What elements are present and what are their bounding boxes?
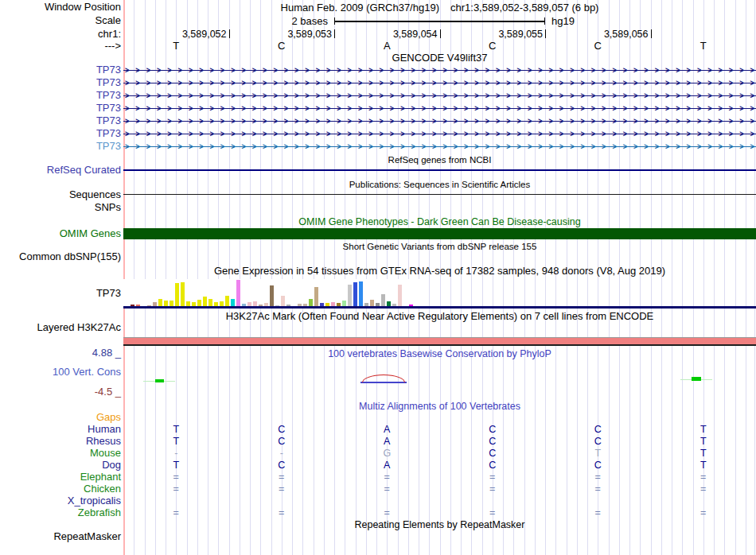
transcript-direction-arrow: > (517, 66, 521, 76)
gtex-bar[interactable] (342, 301, 346, 306)
transcript-direction-arrow: > (411, 104, 415, 114)
track-label-direction[interactable]: ---> (0, 41, 121, 52)
track-label-cons-min[interactable]: -4.5 _ (0, 386, 121, 398)
transcript-direction-arrow: > (273, 142, 277, 152)
transcript-direction-arrow: > (368, 91, 372, 101)
gtex-bar[interactable] (236, 280, 240, 306)
gtex-bar[interactable] (164, 301, 168, 306)
track-label-gtex-tp73[interactable]: TP73 (0, 288, 121, 299)
transcript-direction-arrow: > (157, 66, 161, 76)
transcript-direction-arrow: > (623, 130, 627, 139)
conservation-negative-arc[interactable] (362, 375, 405, 382)
gencode-transcript-row[interactable]: >>>>>>>>>>>>>>>>>>>>>>>>>>>>>>>>>>>>>>>>… (123, 78, 756, 88)
transcript-direction-arrow: > (358, 91, 362, 101)
gtex-bar[interactable] (381, 294, 385, 306)
gencode-transcript-row[interactable]: >>>>>>>>>>>>>>>>>>>>>>>>>>>>>>>>>>>>>>>>… (123, 116, 756, 126)
gtex-bar[interactable] (348, 285, 352, 306)
track-label-species-x_tropicalis[interactable]: X_tropicalis (0, 495, 121, 506)
gtex-bar[interactable] (270, 285, 274, 306)
track-label-gencode-tp73[interactable]: TP73 (0, 77, 121, 88)
transcript-direction-arrow: > (454, 104, 458, 114)
gencode-transcript-row[interactable]: >>>>>>>>>>>>>>>>>>>>>>>>>>>>>>>>>>>>>>>>… (123, 129, 756, 139)
gencode-transcript-row[interactable]: >>>>>>>>>>>>>>>>>>>>>>>>>>>>>>>>>>>>>>>>… (123, 65, 756, 76)
track-label-cons-max[interactable]: 4.88 _ (0, 347, 121, 359)
track-label-species-chicken[interactable]: Chicken (0, 483, 121, 495)
track-label-species-human[interactable]: Human (0, 424, 121, 435)
gtex-bar[interactable] (181, 282, 185, 306)
track-label-gencode-tp73[interactable]: TP73 (0, 103, 121, 114)
alignment-base-letter: T (694, 436, 713, 448)
transcript-direction-arrow: > (687, 130, 691, 139)
gtex-bar[interactable] (309, 299, 313, 306)
gencode-transcript-row[interactable]: >>>>>>>>>>>>>>>>>>>>>>>>>>>>>>>>>>>>>>>>… (123, 103, 756, 114)
h3k27ac-signal-band[interactable] (123, 338, 756, 344)
transcript-direction-arrow: > (454, 91, 458, 101)
track-label-window-position[interactable]: Window Position (0, 2, 121, 13)
alignment-base-letter: T (588, 448, 607, 460)
transcript-direction-arrow: > (697, 130, 701, 139)
track-label-snps[interactable]: SNPs (0, 202, 121, 213)
gtex-bar[interactable] (170, 301, 173, 306)
track-label-species-rhesus[interactable]: Rhesus (0, 436, 121, 447)
track-label-gencode-tp73[interactable]: TP73 (0, 64, 121, 76)
gtex-bar[interactable] (208, 299, 212, 306)
track-label-repeatmasker[interactable]: RepeatMasker (0, 531, 121, 542)
conservation-positive-mark[interactable] (692, 377, 701, 381)
transcript-direction-arrow: > (580, 66, 584, 76)
gtex-bar[interactable] (353, 282, 357, 306)
gtex-bar[interactable] (359, 281, 363, 306)
transcript-direction-arrow: > (464, 117, 468, 126)
track-label-refseq-curated[interactable]: RefSeq Curated (0, 165, 121, 176)
transcript-direction-arrow: > (305, 66, 309, 76)
transcript-direction-arrow: > (422, 91, 426, 101)
transcript-direction-arrow: > (380, 104, 384, 114)
transcript-direction-arrow: > (464, 66, 468, 76)
gtex-bar[interactable] (281, 296, 285, 306)
track-label-chrom[interactable]: chr1: (0, 29, 121, 40)
transcript-direction-arrow: > (750, 142, 754, 152)
track-label-omim-genes[interactable]: OMIM Genes (0, 228, 121, 239)
gtex-bar[interactable] (370, 300, 374, 306)
track-label-gencode-tp73[interactable]: TP73 (0, 115, 121, 126)
track-label-gencode-tp73[interactable]: TP73 (0, 128, 121, 139)
gtex-bar[interactable] (175, 283, 179, 306)
track-label-sequences[interactable]: Sequences (0, 189, 121, 200)
alignment-base-letter: C (588, 436, 607, 448)
gtex-bar[interactable] (197, 300, 201, 306)
h3k27ac-track-title: H3K27Ac Mark (Often Found Near Active Re… (123, 311, 756, 322)
transcript-direction-arrow: > (284, 79, 288, 88)
track-label-scale[interactable]: Scale (0, 15, 121, 26)
alignment-base-letter: A (377, 460, 396, 472)
track-label-species-zebrafish[interactable]: Zebrafish (0, 507, 121, 518)
gtex-bar[interactable] (231, 299, 235, 306)
publications-sequence-item[interactable] (123, 194, 756, 195)
track-label-species-dog[interactable]: Dog (0, 460, 121, 471)
transcript-direction-arrow: > (400, 66, 404, 76)
conservation-positive-mark[interactable] (155, 379, 164, 382)
gencode-transcript-row[interactable]: >>>>>>>>>>>>>>>>>>>>>>>>>>>>>>>>>>>>>>>>… (123, 142, 756, 152)
gtex-bar[interactable] (314, 287, 318, 306)
track-label-gaps[interactable]: Gaps (0, 412, 121, 423)
track-label-gencode-tp73[interactable]: TP73 (0, 141, 121, 152)
refseq-gene-item[interactable] (123, 169, 756, 171)
transcript-direction-arrow: > (146, 130, 150, 139)
omim-gene-item[interactable] (123, 228, 756, 239)
gencode-transcript-row[interactable]: >>>>>>>>>>>>>>>>>>>>>>>>>>>>>>>>>>>>>>>>… (123, 91, 756, 101)
transcript-direction-arrow: > (263, 91, 267, 101)
gtex-bar[interactable] (225, 296, 229, 306)
track-label-species-elephant[interactable]: Elephant (0, 472, 121, 483)
gtex-bar[interactable] (398, 285, 402, 306)
track-label-gencode-tp73[interactable]: TP73 (0, 90, 121, 101)
transcript-direction-arrow: > (252, 104, 256, 114)
transcript-direction-arrow: > (580, 117, 584, 126)
track-label-common-dbsnp[interactable]: Common dbSNP(155) (0, 251, 121, 262)
track-label-layered-h3k27ac[interactable]: Layered H3K27Ac (0, 322, 121, 333)
transcript-direction-arrow: > (263, 117, 267, 126)
track-label-species-mouse[interactable]: Mouse (0, 448, 121, 459)
gtex-bar[interactable] (158, 299, 162, 306)
transcript-direction-arrow: > (485, 142, 489, 152)
gtex-bar[interactable] (203, 297, 207, 306)
transcript-direction-arrow: > (559, 104, 563, 114)
track-label-vert-cons[interactable]: 100 Vert. Cons (0, 367, 121, 378)
transcript-direction-arrow: > (644, 130, 648, 139)
